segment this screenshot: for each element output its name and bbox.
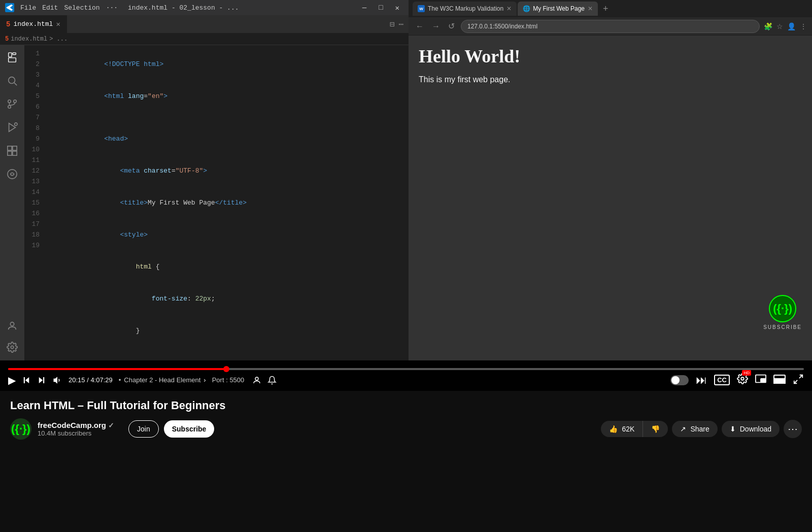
channel-name: freeCodeCamp.org ✓	[38, 421, 114, 429]
menu-edit[interactable]: Edit	[42, 4, 58, 12]
cc-button[interactable]: CC	[714, 375, 730, 385]
new-tab-button[interactable]: +	[599, 4, 613, 14]
tab-close-icon[interactable]: ✕	[56, 20, 60, 28]
autoplay-toggle[interactable]	[670, 375, 689, 385]
code-line-2: <html lang="en">	[49, 80, 404, 112]
bookmark-icon[interactable]: ☆	[776, 22, 783, 30]
channel-actions: Join Subscribe	[128, 420, 214, 438]
w3c-tab-close[interactable]: ✕	[506, 5, 512, 12]
menu-selection[interactable]: Selection	[64, 4, 99, 12]
menu-file[interactable]: File	[20, 4, 36, 12]
svg-point-16	[10, 322, 14, 326]
video-title: Learn HTML – Full Tutorial for Beginners	[10, 399, 802, 412]
minimize-icon[interactable]: —	[358, 4, 370, 12]
more-options-button[interactable]: ⋯	[784, 420, 802, 438]
svg-rect-0	[9, 53, 12, 57]
join-button[interactable]: Join	[128, 420, 159, 438]
video-info: Learn HTML – Full Tutorial for Beginners…	[0, 391, 812, 448]
explorer-icon[interactable]	[5, 50, 19, 64]
code-area[interactable]: 12345 678910 1112131415 16171819 <!DOCTY…	[24, 45, 409, 360]
channel-avatar[interactable]: ({·})	[10, 418, 31, 440]
play-button[interactable]: ▶	[8, 374, 16, 386]
miniplayer-icon[interactable]	[755, 374, 766, 386]
more-actions-icon[interactable]: ⋯	[398, 19, 403, 29]
code-line-11	[49, 347, 404, 357]
vscode-logo-icon	[5, 3, 14, 12]
menu-icon[interactable]: ⋮	[800, 22, 807, 30]
previous-button[interactable]	[22, 376, 31, 385]
reload-button[interactable]: ↺	[446, 20, 457, 32]
extensions-icon[interactable]	[5, 144, 19, 158]
fullscreen-icon[interactable]	[793, 374, 804, 387]
dislike-button[interactable]: 👎	[643, 421, 668, 437]
chapter-info: • Chapter 2 - Head Element ›	[119, 376, 206, 384]
vscode-editor: File Edit Selection ··· index.html - 02_…	[0, 0, 409, 360]
mypage-favicon: 🌐	[523, 5, 530, 12]
svg-line-30	[794, 380, 797, 383]
vscode-menu[interactable]: File Edit Selection ···	[20, 4, 118, 12]
close-icon[interactable]: ✕	[391, 4, 403, 12]
toggle-knob	[671, 376, 680, 384]
person-icon[interactable]	[252, 376, 261, 385]
breadcrumb-path: > ...	[49, 36, 67, 43]
time-display: 20:15 / 4:07:29	[69, 376, 113, 384]
extensions-icon[interactable]: 🧩	[764, 22, 772, 30]
browser-tab-w3c[interactable]: W The W3C Markup Validation ✕	[413, 2, 517, 16]
menu-more[interactable]: ···	[106, 4, 118, 12]
breadcrumb-html-icon: 5	[5, 36, 9, 43]
channel-row: ({·}) freeCodeCamp.org ✓ 10.4M subscribe…	[10, 418, 802, 440]
preview-heading: Hello World!	[419, 46, 802, 67]
progress-bar[interactable]	[8, 368, 804, 370]
back-button[interactable]: ←	[414, 21, 426, 32]
svg-point-3	[9, 77, 15, 84]
maximize-icon[interactable]: □	[375, 4, 387, 12]
source-control-icon[interactable]	[5, 97, 19, 111]
svg-rect-28	[774, 379, 785, 383]
mypage-tab-label: My First Web Page	[533, 5, 585, 12]
chevron-right-icon: ›	[204, 376, 206, 384]
svg-rect-26	[761, 379, 765, 382]
progress-fill	[8, 368, 226, 370]
controls-right: ⏭ CC HD	[670, 373, 804, 387]
settings-icon[interactable]	[5, 340, 19, 354]
svg-marker-22	[54, 377, 58, 383]
split-editor-icon[interactable]: ⊟	[390, 19, 395, 29]
download-icon: ⬇	[730, 425, 736, 433]
video-actions: 👍 62K 👎 ↗ Share ⬇ Download ⋯	[601, 420, 802, 438]
share-icon: ↗	[680, 425, 686, 433]
address-bar[interactable]: 127.0.0.1:5500/index.html	[461, 20, 760, 33]
preview-paragraph: This is my first web page.	[419, 75, 802, 84]
next-button[interactable]	[37, 376, 46, 385]
port-info: Port : 5500	[212, 376, 245, 384]
settings-gear-icon[interactable]	[737, 375, 748, 386]
download-button[interactable]: ⬇ Download	[722, 421, 780, 437]
play-next-icon[interactable]: ⏭	[696, 374, 707, 387]
code-line-12: body {	[49, 357, 404, 360]
theater-mode-icon[interactable]	[773, 375, 786, 386]
notification-bell-icon[interactable]	[267, 376, 277, 385]
svg-marker-20	[39, 377, 43, 383]
run-debug-icon[interactable]	[5, 120, 19, 135]
share-button[interactable]: ↗ Share	[672, 421, 717, 437]
forward-button[interactable]: →	[430, 21, 442, 32]
account-icon[interactable]	[5, 319, 19, 333]
browser-tab-mypage[interactable]: 🌐 My First Web Page ✕	[518, 2, 598, 16]
editor-sidebar-container: 12345 678910 1112131415 16171819 <!DOCTY…	[0, 45, 409, 360]
code-line-7: <style>	[49, 219, 404, 251]
svg-rect-1	[13, 53, 16, 55]
mypage-tab-close[interactable]: ✕	[588, 5, 593, 12]
progress-dot	[223, 366, 229, 372]
profile-icon[interactable]: 👤	[787, 22, 796, 30]
volume-button[interactable]	[52, 375, 62, 385]
svg-point-23	[255, 377, 258, 380]
watermark-subscribe-text: SUBSCRIBE	[763, 324, 802, 330]
code-line-4: <head>	[49, 123, 404, 155]
like-button[interactable]: 👍 62K	[601, 421, 643, 437]
subscribe-button[interactable]: Subscribe	[164, 420, 215, 438]
video-controls: ▶ 20:15 / 4:07:29	[0, 360, 812, 391]
html-icon: 5	[6, 20, 10, 28]
live-share-icon[interactable]	[5, 167, 19, 181]
search-icon[interactable]	[5, 74, 19, 88]
svg-point-24	[741, 377, 744, 380]
tab-indexhtml[interactable]: 5 index.html ✕	[0, 15, 67, 33]
